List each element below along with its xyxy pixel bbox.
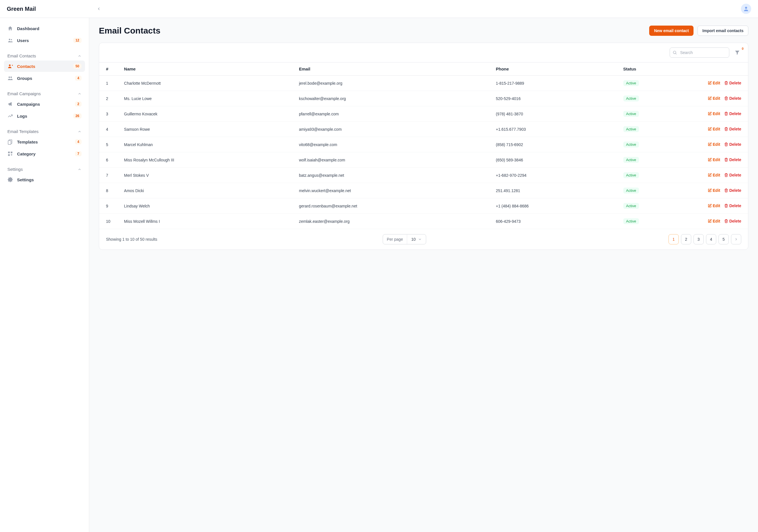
col-header-status[interactable]: Status [616, 62, 697, 76]
delete-button[interactable]: Delete [724, 219, 741, 223]
edit-button[interactable]: Edit [708, 111, 720, 116]
edit-button[interactable]: Edit [708, 81, 720, 85]
sidebar-badge: 50 [73, 64, 82, 69]
sidebar-item-logs[interactable]: Logs26 [4, 110, 85, 122]
chevron-right-icon [734, 237, 738, 241]
sidebar-item-settings[interactable]: Settings [4, 174, 85, 185]
user-avatar[interactable] [741, 4, 751, 14]
cell-number: 3 [99, 106, 117, 122]
edit-button[interactable]: Edit [708, 173, 720, 177]
sidebar-section-email-campaigns[interactable]: Email Campaigns [4, 88, 85, 98]
sidebar-badge: 12 [73, 38, 82, 43]
sidebar-item-label: Groups [17, 76, 32, 81]
search-input[interactable] [670, 48, 729, 58]
page-3-button[interactable]: 3 [694, 234, 704, 244]
edit-button[interactable]: Edit [708, 96, 720, 101]
page-1-button[interactable]: 1 [669, 234, 679, 244]
edit-button[interactable]: Edit [708, 158, 720, 162]
delete-button[interactable]: Delete [724, 127, 741, 131]
col-header-phone[interactable]: Phone [489, 62, 616, 76]
edit-icon [708, 158, 712, 162]
edit-button[interactable]: Edit [708, 127, 720, 131]
col-header-email[interactable]: Email [292, 62, 489, 76]
sidebar-item-label: Templates [17, 140, 38, 144]
brand-logo[interactable]: Green Mail [7, 6, 36, 12]
svg-line-15 [675, 53, 676, 54]
cell-phone: 251.491.1281 [489, 183, 616, 198]
cell-email: jerel.bode@example.org [292, 76, 489, 91]
new-email-contact-button[interactable]: New email contact [649, 25, 694, 36]
chevron-up-icon [78, 92, 82, 96]
delete-button[interactable]: Delete [724, 158, 741, 162]
edit-label: Edit [713, 173, 720, 177]
sidebar-item-dashboard[interactable]: Dashboard [4, 23, 85, 34]
sidebar-badge: 26 [73, 113, 82, 119]
delete-button[interactable]: Delete [724, 203, 741, 208]
delete-button[interactable]: Delete [724, 142, 741, 147]
edit-button[interactable]: Edit [708, 203, 720, 208]
sidebar-item-users[interactable]: Users12 [4, 35, 85, 46]
edit-icon [708, 142, 712, 146]
templates-icon [7, 139, 13, 145]
logs-icon [7, 113, 13, 119]
section-title: Email Contacts [7, 53, 36, 58]
cell-status: Active [616, 106, 697, 122]
cell-email: pfarrell@example.com [292, 106, 489, 122]
edit-button[interactable]: Edit [708, 142, 720, 147]
col-header-number[interactable]: # [99, 62, 117, 76]
edit-button[interactable]: Edit [708, 219, 720, 223]
sidebar-item-label: Category [17, 152, 36, 156]
cell-name: Samson Rowe [117, 122, 293, 137]
page-title: Email Contacts [99, 26, 160, 36]
edit-label: Edit [713, 81, 720, 85]
table-row: 5Marcel Kuhlmanvito68@example.com(858) 7… [99, 137, 748, 152]
edit-button[interactable]: Edit [708, 188, 720, 193]
sidebar-item-templates[interactable]: Templates4 [4, 136, 85, 148]
sidebar-item-campaigns[interactable]: Campaigns2 [4, 98, 85, 110]
delete-button[interactable]: Delete [724, 96, 741, 101]
sidebar-item-contacts[interactable]: Contacts50 [4, 60, 85, 72]
table-row: 6Miss Rosalyn McCullough IIIwolf.isaiah@… [99, 152, 748, 168]
sidebar-collapse-toggle[interactable] [95, 5, 102, 12]
page-4-button[interactable]: 4 [706, 234, 716, 244]
sidebar-section-email-templates[interactable]: Email Templates [4, 125, 85, 136]
delete-button[interactable]: Delete [724, 111, 741, 116]
sidebar-item-category[interactable]: Category7 [4, 148, 85, 160]
search-wrapper [670, 48, 729, 58]
per-page-dropdown[interactable]: 10 [407, 234, 426, 244]
cell-phone: (858) 715-6902 [489, 137, 616, 152]
filter-button[interactable]: 0 [733, 49, 741, 56]
edit-icon [708, 189, 712, 193]
sidebar-section-email-contacts[interactable]: Email Contacts [4, 50, 85, 60]
chevron-down-icon [418, 237, 422, 241]
trash-icon [724, 81, 728, 85]
svg-point-1 [9, 39, 10, 40]
svg-point-0 [745, 7, 747, 9]
section-title: Email Campaigns [7, 91, 41, 96]
sidebar-item-label: Dashboard [17, 26, 39, 31]
cell-status: Active [616, 152, 697, 168]
next-page-button[interactable] [731, 234, 741, 244]
delete-button[interactable]: Delete [724, 81, 741, 85]
cell-name: Ms. Lucie Lowe [117, 91, 293, 106]
sidebar-item-label: Users [17, 38, 29, 43]
cell-number: 4 [99, 122, 117, 137]
cell-name: Merl Stokes V [117, 168, 293, 183]
import-email-contacts-button[interactable]: Import email contacts [698, 25, 748, 36]
cell-name: Guillermo Kovacek [117, 106, 293, 122]
delete-label: Delete [729, 188, 741, 193]
per-page-selector[interactable]: Per page 10 [383, 234, 426, 244]
delete-button[interactable]: Delete [724, 173, 741, 177]
sidebar-item-groups[interactable]: Groups4 [4, 72, 85, 84]
table-row: 4Samson Roweamiya93@example.com+1.615.67… [99, 122, 748, 137]
page-2-button[interactable]: 2 [681, 234, 691, 244]
status-badge: Active [623, 188, 639, 194]
cell-status: Active [616, 137, 697, 152]
page-5-button[interactable]: 5 [718, 234, 729, 244]
sidebar-section-settings[interactable]: Settings [4, 163, 85, 174]
cell-phone: (978) 481-3870 [489, 106, 616, 122]
delete-button[interactable]: Delete [724, 188, 741, 193]
col-header-name[interactable]: Name [117, 62, 293, 76]
cell-number: 8 [99, 183, 117, 198]
settings-icon [7, 177, 13, 182]
